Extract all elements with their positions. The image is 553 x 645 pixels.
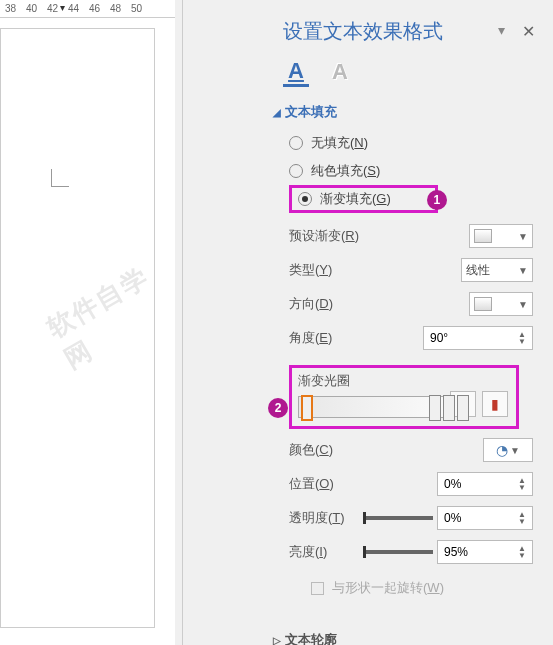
- radio-gradient-fill[interactable]: 渐变填充(G): [320, 190, 391, 208]
- ruler-tick: 38: [0, 3, 21, 14]
- callout-badge: 2: [268, 398, 288, 418]
- margin-mark-icon: [51, 169, 69, 187]
- chevron-down-icon: ▼: [510, 445, 520, 456]
- swatch-icon: [474, 229, 492, 243]
- chevron-down-icon: ▼: [518, 231, 528, 242]
- radio-icon: [298, 192, 312, 206]
- format-tabs: A A: [183, 45, 553, 93]
- label-angle: 角度(E): [289, 329, 332, 347]
- chevron-down-icon: ◢: [273, 107, 281, 118]
- gradient-stops-slider[interactable]: [298, 396, 444, 418]
- callout-badge: 1: [427, 190, 447, 210]
- section-label: 文本轮廓: [285, 631, 337, 645]
- tab-stop-icon[interactable]: ▾: [52, 2, 73, 13]
- section-text-fill[interactable]: ◢ 文本填充: [273, 103, 553, 121]
- gradient-stop[interactable]: [301, 395, 313, 421]
- spin-buttons[interactable]: ▲▼: [516, 331, 528, 345]
- label-position: 位置(O): [289, 475, 334, 493]
- close-icon[interactable]: ✕: [522, 22, 535, 41]
- label-preset-gradient: 预设渐变(R): [289, 227, 359, 245]
- tab-text-fill[interactable]: A: [283, 57, 309, 87]
- ruler-tick: 50: [126, 3, 147, 14]
- label-type: 类型(Y): [289, 261, 332, 279]
- remove-stop-icon: ▮: [491, 396, 499, 412]
- swatch-icon: [474, 297, 492, 311]
- angle-input[interactable]: [428, 330, 498, 346]
- tab-text-outline[interactable]: A: [327, 57, 353, 87]
- color-picker[interactable]: ◔▼: [483, 438, 533, 462]
- gradient-stop[interactable]: [429, 395, 441, 421]
- panel-options-icon[interactable]: ▾: [498, 22, 505, 38]
- format-text-effects-panel: 设置文本效果格式 ▾ ✕ A A ◢ 文本填充 无填充(N) 纯色填充(S) 渐…: [182, 0, 553, 645]
- gradient-stop[interactable]: [457, 395, 469, 421]
- label-brightness: 亮度(I): [289, 543, 327, 561]
- document-area: 38 40 42 44 46 48 50 ▾ 软件自学网: [0, 0, 175, 645]
- gradient-stop[interactable]: [443, 395, 455, 421]
- type-value: 线性: [466, 262, 490, 279]
- brightness-input[interactable]: [442, 544, 512, 560]
- remove-stop-button[interactable]: ▮: [482, 391, 508, 417]
- type-dropdown[interactable]: 线性▼: [461, 258, 533, 282]
- preset-gradient-dropdown[interactable]: ▼: [469, 224, 533, 248]
- radio-no-fill[interactable]: 无填充(N): [289, 129, 553, 157]
- brightness-slider[interactable]: [363, 550, 433, 554]
- ruler-tick: 40: [21, 3, 42, 14]
- radio-icon: [289, 164, 303, 178]
- ruler-tick: 46: [84, 3, 105, 14]
- radio-solid-fill[interactable]: 纯色填充(S): [289, 157, 553, 185]
- transparency-input[interactable]: [442, 510, 512, 526]
- direction-dropdown[interactable]: ▼: [469, 292, 533, 316]
- brightness-spinner[interactable]: ▲▼: [437, 540, 533, 564]
- highlight-gradient-stops: 2 渐变光圈 ▮ ▮: [289, 365, 519, 429]
- label-color: 颜色(C): [289, 441, 333, 459]
- label-transparency: 透明度(T): [289, 509, 345, 527]
- radio-label: 无填充(N): [311, 134, 368, 152]
- radio-icon: [289, 136, 303, 150]
- section-label: 文本填充: [285, 103, 337, 121]
- ruler-tick: 48: [105, 3, 126, 14]
- spin-buttons[interactable]: ▲▼: [516, 545, 528, 559]
- transparency-slider[interactable]: [363, 516, 433, 520]
- position-spinner[interactable]: ▲▼: [437, 472, 533, 496]
- angle-spinner[interactable]: ▲▼: [423, 326, 533, 350]
- section-text-outline[interactable]: ▷ 文本轮廓: [273, 631, 553, 645]
- paint-bucket-icon: ◔: [496, 442, 508, 458]
- chevron-right-icon: ▷: [273, 635, 281, 646]
- transparency-spinner[interactable]: ▲▼: [437, 506, 533, 530]
- page[interactable]: [0, 28, 155, 628]
- checkbox-icon: [311, 582, 324, 595]
- checkbox-label: 与形状一起旋转(W): [332, 579, 444, 597]
- spin-buttons[interactable]: ▲▼: [516, 477, 528, 491]
- chevron-down-icon: ▼: [518, 265, 528, 276]
- spin-buttons[interactable]: ▲▼: [516, 511, 528, 525]
- label-direction: 方向(D): [289, 295, 333, 313]
- highlight-gradient-fill: 渐变填充(G) 1: [289, 185, 438, 213]
- rotate-with-shape-checkbox[interactable]: 与形状一起旋转(W): [289, 569, 533, 597]
- label-gradient-stops: 渐变光圈: [298, 373, 350, 388]
- position-input[interactable]: [442, 476, 512, 492]
- horizontal-ruler[interactable]: 38 40 42 44 46 48 50 ▾: [0, 0, 175, 18]
- chevron-down-icon: ▼: [518, 299, 528, 310]
- radio-label: 纯色填充(S): [311, 162, 380, 180]
